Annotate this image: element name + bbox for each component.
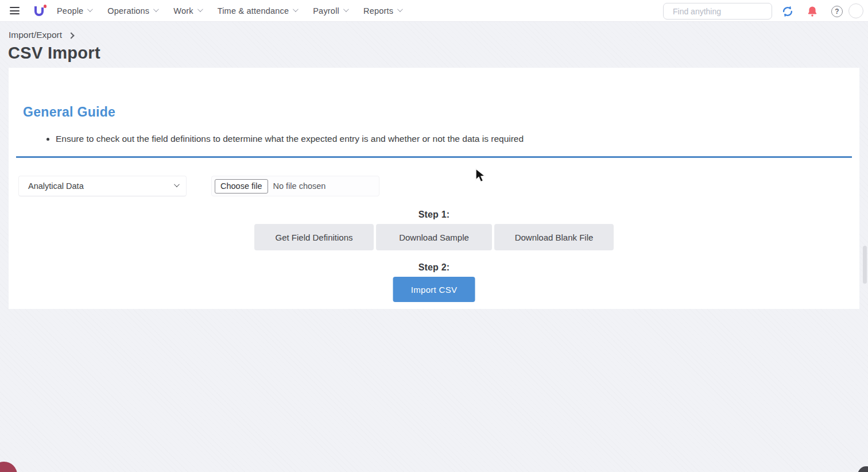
file-chosen-status: No file chosen — [273, 181, 326, 191]
data-type-selected-value: Analytical Data — [28, 181, 174, 191]
help-icon[interactable]: ? — [830, 5, 844, 18]
nav-item-payroll[interactable]: Payroll — [313, 6, 347, 16]
chevron-right-icon — [68, 32, 74, 38]
breadcrumb-import-export[interactable]: Import/Export — [9, 30, 62, 40]
nav-item-label: Operations — [107, 6, 149, 16]
chevron-down-icon — [397, 6, 403, 12]
nav-item-label: Reports — [363, 6, 393, 16]
file-input-group: Choose file No file chosen — [211, 176, 379, 196]
data-type-select[interactable]: Analytical Data — [18, 176, 187, 196]
download-blank-file-button[interactable]: Download Blank File — [494, 224, 614, 250]
nav-item-label: Payroll — [313, 6, 339, 16]
nav-item-label: Time & attendance — [218, 6, 289, 16]
chevron-down-icon — [153, 6, 159, 12]
chevron-down-icon — [293, 6, 299, 12]
top-navbar: People Operations Work Time & attendance… — [0, 0, 868, 22]
logo-dot — [44, 5, 47, 8]
nav-item-reports[interactable]: Reports — [363, 6, 401, 16]
get-field-definitions-button[interactable]: Get Field Definitions — [254, 224, 374, 250]
nav-item-people[interactable]: People — [57, 6, 91, 16]
uzio-logo[interactable] — [34, 4, 46, 18]
chat-widget-bubble[interactable] — [0, 462, 17, 472]
nav-item-time-attendance[interactable]: Time & attendance — [218, 6, 297, 16]
user-avatar[interactable] — [848, 3, 863, 18]
main-menu: People Operations Work Time & attendance… — [57, 0, 401, 22]
sync-icon[interactable] — [781, 5, 795, 18]
chevron-down-icon — [174, 181, 180, 187]
page-title: CSV Import — [8, 44, 100, 63]
sync-arrows-glyph — [781, 5, 794, 18]
notifications-bell-icon[interactable] — [805, 5, 819, 18]
blue-divider — [16, 156, 852, 158]
guide-bullet-item: Ensure to check out the field definition… — [56, 132, 812, 146]
search-input[interactable] — [673, 7, 777, 16]
bell-glyph — [806, 5, 819, 18]
step1-label: Step 1: — [9, 210, 859, 220]
global-search[interactable] — [663, 3, 772, 20]
nav-item-operations[interactable]: Operations — [107, 6, 157, 16]
download-sample-button[interactable]: Download Sample — [376, 224, 492, 250]
step1-button-row: Get Field Definitions Download Sample Do… — [9, 224, 859, 250]
general-guide-heading: General Guide — [23, 105, 115, 120]
step2-label: Step 2: — [9, 262, 859, 273]
question-mark-glyph: ? — [831, 6, 843, 17]
chevron-down-icon — [197, 6, 203, 12]
vertical-scrollbar-thumb[interactable] — [863, 246, 867, 284]
choose-file-button[interactable]: Choose file — [215, 179, 268, 194]
csv-import-card: General Guide Ensure to check out the fi… — [9, 68, 859, 309]
logo-u-shape — [34, 6, 44, 16]
bottom-right-widget — [858, 466, 868, 472]
nav-item-label: People — [57, 6, 83, 16]
nav-item-label: Work — [173, 6, 193, 16]
breadcrumb: Import/Export — [9, 30, 73, 40]
chevron-down-icon — [343, 6, 349, 12]
nav-item-work[interactable]: Work — [173, 6, 201, 16]
import-controls-row: Analytical Data Choose file No file chos… — [9, 176, 859, 196]
guide-bullet-list: Ensure to check out the field definition… — [9, 132, 812, 146]
import-csv-button[interactable]: Import CSV — [393, 277, 475, 302]
chevron-down-icon — [87, 6, 93, 12]
hamburger-menu-icon[interactable] — [10, 7, 20, 14]
